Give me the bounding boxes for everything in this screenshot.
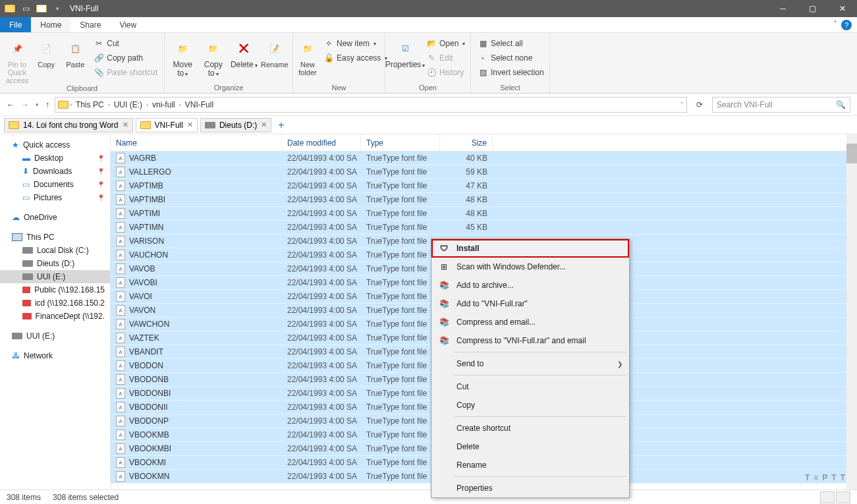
tab-home[interactable]: Home [31,17,70,32]
folder-tab[interactable]: 14. Loi font chu trong Word ✕ [4,118,133,132]
column-size[interactable]: Size [440,134,493,151]
ctx-add-rar[interactable]: 📚 Add to "VNI-Full.rar" [431,294,629,313]
sidebar-icd[interactable]: icd (\\192.168.150.2 [0,296,110,310]
sidebar-documents[interactable]: ▭Documents📍 [0,178,110,191]
tab-share[interactable]: Share [70,17,110,32]
breadcrumb-item[interactable]: UUI (E:) [111,100,145,109]
sidebar-pictures[interactable]: ▭Pictures📍 [0,191,110,204]
search-input[interactable]: Search VNI-Full 🔍 [712,97,850,113]
ctx-copy[interactable]: Copy [431,396,629,414]
column-type[interactable]: Type [361,134,440,151]
move-to-button[interactable]: 📁 Move to▾ [169,36,197,78]
column-date[interactable]: Date modified [282,134,361,151]
copy-path-button[interactable]: 🔗Copy path [91,51,160,65]
ctx-compress-rar-email[interactable]: 📚 Compress to "VNI-Full.rar" and email [431,331,629,350]
tab-view[interactable]: View [110,17,146,32]
refresh-button[interactable]: ⟳ [692,100,707,109]
address-bar[interactable]: › This PC› UUI (E:)› vni-full› VNI-Full … [55,97,687,113]
ctx-install[interactable]: 🛡 Install [431,239,629,258]
ctx-properties[interactable]: Properties [431,479,629,497]
sidebar-this-pc[interactable]: This PC [0,231,110,244]
sidebar-onedrive[interactable]: ☁OneDrive [0,211,110,224]
delete-button[interactable]: ✕ Delete▾ [230,36,258,69]
folder-tab[interactable]: Dieuts (D:) ✕ [200,118,271,132]
minimize-button[interactable]: ─ [768,0,798,17]
paste-button[interactable]: 📋 Paste [62,36,88,69]
new-tab-button[interactable]: + [274,119,288,131]
sidebar-uui-2[interactable]: UUI (E:) [0,329,110,343]
ctx-create-shortcut[interactable]: Create shortcut [431,419,629,437]
select-none-button[interactable]: ▫Select none [475,51,547,65]
address-dropdown-icon[interactable]: ˅ [680,101,684,108]
ctx-add-archive[interactable]: 📚 Add to archive... [431,276,629,294]
thumbnails-view-button[interactable] [836,491,850,503]
ctx-delete[interactable]: Delete [431,437,629,456]
file-row[interactable]: AVAPTIMB22/04/1993 4:00 SATrueType font … [111,179,857,193]
ctx-scan-defender[interactable]: ⊞ Scan with Windows Defender... [431,258,629,276]
properties-button[interactable]: ☑ Properties▾ [389,36,421,69]
folder-tab[interactable]: VNI-Full ✕ [136,118,198,132]
column-name[interactable]: Name [111,134,282,151]
help-icon[interactable]: ? [841,20,852,30]
sidebar-finance[interactable]: FinanceDept (\\192. [0,310,110,323]
rename-button[interactable]: 📝 Rename [261,36,289,69]
new-folder-button[interactable]: 📁 New folder [297,36,318,76]
invert-selection-button[interactable]: ▨Invert selection [475,66,547,79]
history-button[interactable]: 🕘History [424,66,468,79]
open-button[interactable]: 📂Open▾ [424,37,468,50]
sidebar-downloads[interactable]: ⬇Downloads📍 [0,165,110,178]
scrollbar[interactable] [846,134,857,490]
maximize-button[interactable]: ▢ [798,0,827,17]
qat-new-folder-icon[interactable] [34,1,49,16]
breadcrumb-item[interactable]: vni-full [150,100,178,109]
sidebar-network[interactable]: 🖧Network [0,349,110,362]
file-row[interactable]: AVAPTIMN22/04/1993 4:00 SATrueType font … [111,221,857,235]
move-to-icon: 📁 [172,38,193,59]
file-name: VAPTIMI [129,209,160,218]
tab-file[interactable]: File [0,17,31,32]
paste-shortcut-button[interactable]: 📎Paste shortcut [91,66,160,79]
breadcrumb-item[interactable]: This PC [73,100,107,109]
ctx-rename[interactable]: Rename [431,456,629,474]
ctx-cut[interactable]: Cut [431,378,629,396]
file-row[interactable]: AVALLERGO22/04/1993 4:00 SATrueType font… [111,165,857,179]
select-all-button[interactable]: ▦Select all [475,37,547,50]
file-row[interactable]: AVAGRB22/04/1993 4:00 SATrueType font fi… [111,152,857,165]
file-name: VAWCHON [129,320,169,329]
ribbon-collapse-icon[interactable]: ˄ [833,20,837,30]
pin-icon: 📍 [97,194,105,202]
sidebar-public[interactable]: Public (\\192.168.15 [0,283,110,296]
qat-dropdown-icon[interactable]: ▾ [50,1,65,16]
sidebar-dieuts[interactable]: Dieuts (D:) [0,257,110,270]
close-tab-icon[interactable]: ✕ [187,121,193,129]
file-row[interactable]: AVAPTIMBI22/04/1993 4:00 SATrueType font… [111,193,857,207]
sidebar-local-disk[interactable]: Local Disk (C:) [0,244,110,257]
new-item-button[interactable]: ✧New item▾ [321,37,390,50]
forward-button[interactable]: → [21,100,29,109]
cut-button[interactable]: ✂Cut [91,37,160,50]
scrollbar-thumb[interactable] [846,144,857,163]
qat-properties-icon[interactable]: ▭ [18,1,33,16]
sidebar-quick-access[interactable]: ★Quick access [0,138,110,152]
details-view-button[interactable] [820,491,835,503]
ctx-send-to[interactable]: Send to ❯ [431,354,629,373]
file-row[interactable]: AVAPTIMI22/04/1993 4:00 SATrueType font … [111,207,857,221]
close-tab-icon[interactable]: ✕ [261,121,267,129]
qat-app-icon[interactable] [3,1,17,16]
recent-dropdown[interactable]: ▾ [36,101,39,108]
sidebar-uui[interactable]: UUI (E:) [0,270,110,283]
file-name: VBOOKMB [129,430,169,439]
pin-to-quick-access-button[interactable]: 📌 Pin to Quick access [4,36,30,84]
file-date: 22/04/1993 4:00 SA [282,416,361,426]
copy-to-button[interactable]: 📁 Copy to▾ [200,36,228,78]
close-tab-icon[interactable]: ✕ [123,121,128,129]
sidebar-desktop[interactable]: ▬Desktop📍 [0,152,110,165]
close-button[interactable]: ✕ [827,0,857,17]
ctx-compress-email[interactable]: 📚 Compress and email... [431,313,629,331]
copy-button[interactable]: 📄 Copy [33,36,59,69]
up-button[interactable]: ↑ [45,100,49,109]
easy-access-button[interactable]: 🔓Easy access▾ [321,51,390,65]
breadcrumb-item[interactable]: VNI-Full [182,100,216,109]
back-button[interactable]: ← [7,100,14,109]
edit-button[interactable]: ✎Edit [424,51,468,65]
